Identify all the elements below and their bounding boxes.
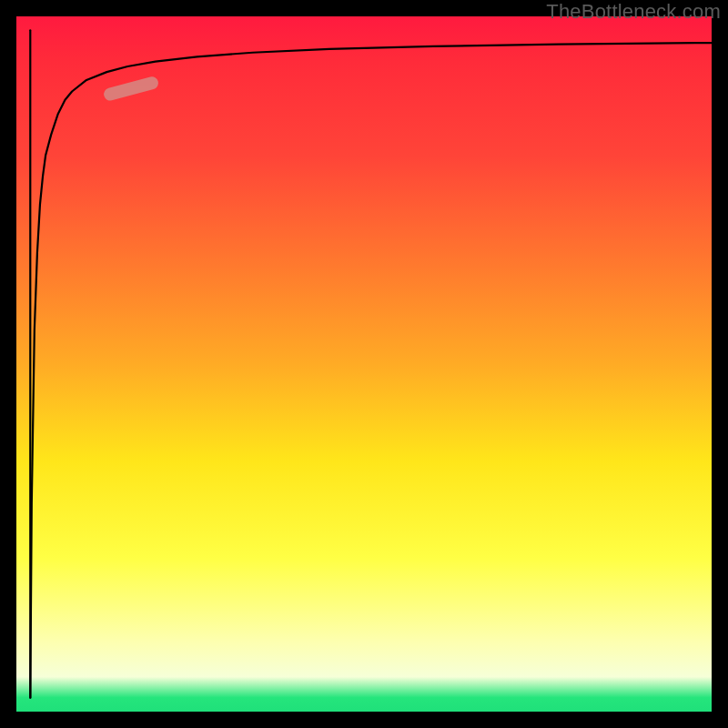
chart-frame: TheBottleneck.com [0, 0, 728, 728]
watermark-text: TheBottleneck.com [546, 0, 721, 24]
curve-line [30, 43, 712, 698]
curve-svg [16, 16, 712, 712]
highlight-segment [110, 83, 152, 94]
plot-area [16, 16, 712, 712]
